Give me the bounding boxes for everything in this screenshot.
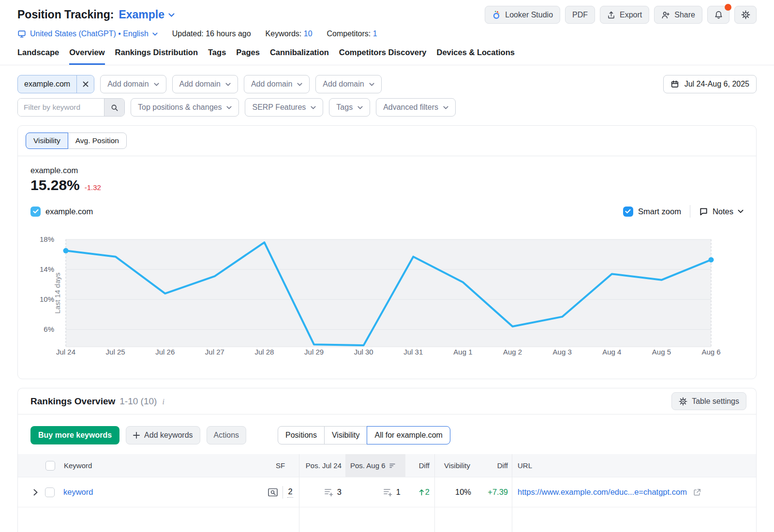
domain-filter-row: example.com Add domain Add domain Add do…	[0, 75, 774, 93]
smart-zoom-checkbox-checked[interactable]	[623, 207, 633, 217]
svg-text:Aug 6: Aug 6	[701, 348, 720, 356]
svg-text:Aug 4: Aug 4	[602, 348, 621, 356]
header-keyword-cell: Keyword	[18, 454, 262, 477]
position-diff-up: 2	[419, 488, 430, 497]
table-header-row: Keyword SF Pos. Jul 24 Pos. Aug 6 Diff V…	[18, 454, 756, 477]
share-button[interactable]: Share	[654, 6, 702, 24]
toggle-avg-position[interactable]: Avg. Position	[68, 133, 127, 149]
series-legend-label: example.com	[45, 207, 93, 216]
tab-cannibalization[interactable]: Cannibalization	[270, 48, 329, 65]
header: Position Tracking: Example Looker Studio…	[0, 0, 774, 24]
select-all-checkbox[interactable]	[45, 461, 55, 471]
pos-end-value: 1	[396, 488, 401, 497]
sf-count-link[interactable]: 2	[287, 487, 293, 498]
svg-text:Jul 25: Jul 25	[106, 348, 125, 356]
filter-by-keyword-input[interactable]	[18, 99, 104, 116]
visibility-change: -1.32	[85, 183, 101, 192]
table-settings-label: Table settings	[692, 397, 739, 406]
chevron-right-icon	[33, 489, 38, 496]
add-domain-dropdown-4[interactable]: Add domain	[315, 75, 381, 93]
ai-position-list-icon	[383, 488, 393, 497]
serp-preview-icon[interactable]	[268, 488, 278, 497]
updated-status: Updated: 16 hours ago	[172, 30, 251, 38]
top-positions-label: Top positions & changes	[138, 103, 222, 112]
col-url: URL	[512, 454, 756, 477]
notes-dropdown[interactable]: Notes	[699, 207, 744, 216]
advanced-filters[interactable]: Advanced filters	[376, 98, 456, 117]
chevron-down-icon	[369, 83, 374, 86]
domain-chip-label: example.com	[18, 75, 76, 93]
tab-rankings-distribution[interactable]: Rankings Distribution	[115, 48, 198, 65]
export-button[interactable]: Export	[600, 6, 649, 24]
svg-text:18%: 18%	[40, 235, 54, 243]
tab-pages[interactable]: Pages	[236, 48, 260, 65]
add-domain-dropdown-2[interactable]: Add domain	[172, 75, 238, 93]
location-language-selector[interactable]: United States (ChatGPT) • English	[17, 30, 158, 38]
notification-badge	[725, 4, 731, 11]
date-range-picker[interactable]: Jul 24-Aug 6, 2025	[663, 75, 757, 93]
tab-landscape[interactable]: Landscape	[17, 48, 59, 65]
visibility-trend-chart[interactable]: 18%14%10%6%Jul 24Jul 25Jul 26Jul 27Jul 2…	[18, 234, 756, 359]
add-keywords-button[interactable]: Add keywords	[126, 426, 200, 444]
project-picker[interactable]: Example	[119, 8, 175, 21]
pdf-button[interactable]: PDF	[565, 6, 595, 24]
settings-button[interactable]	[734, 6, 757, 24]
series-legend-toggle[interactable]: example.com	[30, 207, 93, 217]
tab-tags[interactable]: Tags	[208, 48, 226, 65]
remove-domain-button[interactable]	[76, 75, 94, 93]
tab-devices-locations[interactable]: Devices & Locations	[437, 48, 515, 65]
svg-text:6%: 6%	[44, 325, 54, 333]
col-keyword: Keyword	[64, 461, 92, 470]
series-checkbox-checked[interactable]	[30, 207, 41, 217]
add-domain-label: Add domain	[179, 80, 221, 89]
serp-features-label: SERP Features	[252, 103, 306, 112]
competitors-count-link[interactable]: 1	[373, 30, 377, 38]
serp-features-filter[interactable]: SERP Features	[245, 98, 323, 117]
keywords-count-item: Keywords: 10	[266, 30, 313, 38]
actions-button[interactable]: Actions	[207, 426, 246, 444]
top-positions-filter[interactable]: Top positions & changes	[131, 98, 239, 117]
rankings-title: Rankings Overview	[30, 396, 115, 407]
view-all-for-domain[interactable]: All for example.com	[367, 426, 450, 444]
chevron-down-icon	[357, 106, 363, 109]
pdf-label: PDF	[572, 11, 588, 19]
svg-text:Jul 28: Jul 28	[254, 348, 274, 356]
visibility-diff-cell: +7.39	[477, 477, 512, 507]
view-positions[interactable]: Positions	[278, 426, 325, 444]
keyword-search-button[interactable]	[104, 99, 124, 116]
plus-icon	[133, 432, 140, 439]
keyword-link[interactable]: keyword	[63, 488, 93, 497]
table-settings-button[interactable]: Table settings	[671, 392, 746, 410]
col-pos-end-sorted[interactable]: Pos. Aug 6	[345, 454, 405, 477]
svg-text:Aug 3: Aug 3	[553, 348, 572, 356]
export-label: Export	[620, 11, 642, 19]
tab-competitors-discovery[interactable]: Competitors Discovery	[339, 48, 427, 65]
toggle-visibility[interactable]: Visibility	[26, 133, 68, 149]
chevron-down-icon	[297, 83, 302, 86]
diff-cell: 2	[405, 477, 434, 507]
row-checkbox[interactable]	[45, 488, 55, 497]
close-icon	[83, 81, 89, 87]
export-icon	[607, 11, 615, 19]
keywords-count-link[interactable]: 10	[304, 30, 313, 38]
expand-row-chevron[interactable]	[32, 488, 39, 497]
tags-filter[interactable]: Tags	[329, 98, 370, 117]
rankings-header: Rankings Overview 1-10 (10) Table settin…	[18, 388, 756, 414]
add-domain-dropdown-1[interactable]: Add domain	[100, 75, 166, 93]
svg-text:Jul 31: Jul 31	[403, 348, 423, 356]
notifications-button[interactable]	[707, 6, 729, 24]
info-icon[interactable]	[161, 398, 165, 406]
tab-overview[interactable]: Overview	[69, 48, 104, 65]
rankings-range: 1-10 (10)	[119, 396, 157, 407]
add-domain-dropdown-3[interactable]: Add domain	[244, 75, 310, 93]
looker-studio-button[interactable]: Looker Studio	[485, 6, 560, 24]
project-name: Example	[119, 8, 164, 21]
view-visibility[interactable]: Visibility	[324, 426, 368, 444]
smart-zoom-toggle[interactable]: Smart zoom	[623, 207, 681, 217]
visibility-metric: example.com 15.28% -1.32	[18, 156, 756, 193]
external-link-icon[interactable]	[692, 487, 702, 498]
col-pos-start: Pos. Jul 24	[299, 454, 345, 477]
url-link[interactable]: https://www.example.com/educ...e=chatgpt…	[518, 488, 687, 497]
buy-more-keywords-button[interactable]: Buy more keywords	[30, 426, 119, 444]
domain-chip[interactable]: example.com	[17, 75, 94, 93]
